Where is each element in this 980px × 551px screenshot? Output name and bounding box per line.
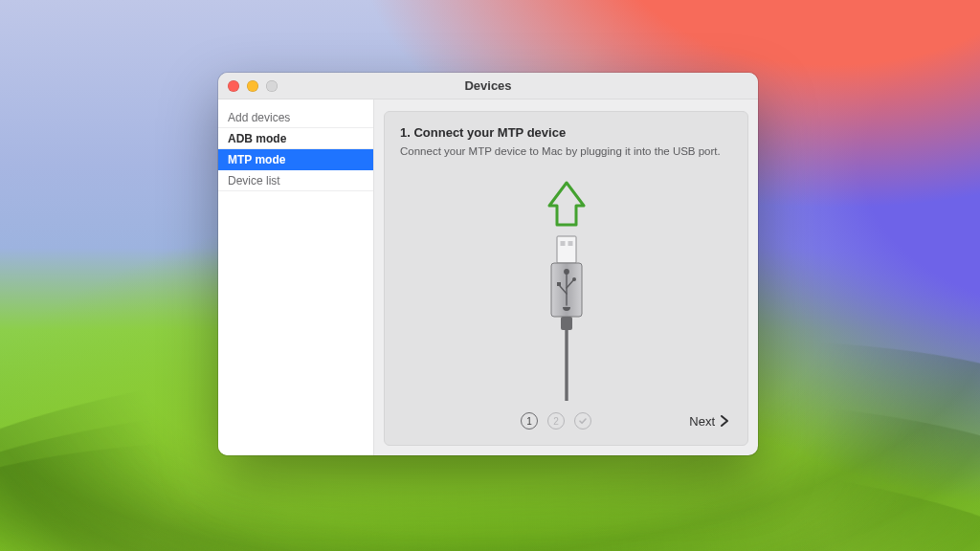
step-2-label: 2: [553, 416, 559, 427]
sidebar-item-device-list[interactable]: Device list: [218, 170, 373, 191]
arrow-up-icon: [549, 183, 584, 225]
step-description: Connect your MTP device to Mac by pluggi…: [400, 145, 732, 157]
step-done-icon[interactable]: [574, 412, 591, 430]
content-panel: 1. Connect your MTP device Connect your …: [384, 111, 748, 446]
sidebar-item-add-devices[interactable]: Add devices: [218, 107, 373, 128]
usb-illustration: [400, 157, 732, 401]
traffic-lights: [228, 80, 278, 92]
panel-footer: 1 2 Next: [400, 401, 732, 435]
titlebar[interactable]: Devices: [218, 73, 758, 99]
svg-rect-0: [557, 236, 576, 263]
svg-rect-2: [568, 241, 572, 246]
svg-rect-1: [560, 241, 565, 246]
desktop-wallpaper: Devices Add devices ADB mode MTP mode De…: [0, 0, 980, 551]
svg-rect-8: [561, 317, 572, 330]
step-2-icon[interactable]: 2: [547, 412, 565, 430]
step-indicator: 1 2: [521, 412, 591, 430]
usb-plug-icon: [509, 181, 624, 401]
step-1-label: 1: [526, 416, 532, 427]
step-title: 1. Connect your MTP device: [400, 125, 732, 140]
svg-point-5: [564, 270, 568, 274]
svg-rect-6: [557, 282, 561, 286]
minimize-icon[interactable]: [247, 80, 258, 92]
window-body: Add devices ADB mode MTP mode Device lis…: [218, 99, 758, 455]
svg-rect-9: [565, 330, 568, 401]
chevron-right-icon: [719, 414, 730, 428]
window-title: Devices: [218, 78, 758, 93]
svg-point-7: [572, 277, 576, 281]
sidebar-item-mtp-mode[interactable]: MTP mode: [218, 149, 373, 170]
sidebar: Add devices ADB mode MTP mode Device lis…: [218, 99, 374, 455]
next-label: Next: [689, 414, 715, 429]
close-icon[interactable]: [228, 80, 239, 92]
devices-window: Devices Add devices ADB mode MTP mode De…: [218, 73, 758, 455]
next-button[interactable]: Next: [689, 414, 732, 429]
main-panel: 1. Connect your MTP device Connect your …: [374, 99, 758, 455]
zoom-icon[interactable]: [266, 80, 278, 92]
step-1-icon[interactable]: 1: [521, 412, 538, 430]
sidebar-item-adb-mode[interactable]: ADB mode: [218, 128, 373, 149]
